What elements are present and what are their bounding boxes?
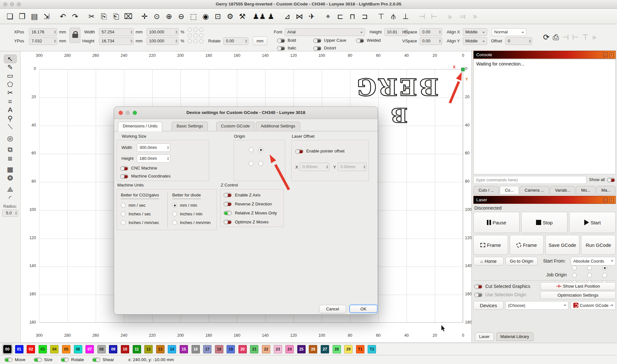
origin-radio-3[interactable] bbox=[258, 161, 263, 166]
origin-radio-2[interactable] bbox=[249, 161, 254, 166]
cut-selected-toggle[interactable] bbox=[474, 284, 482, 289]
float-panel-icon[interactable]: ◱ bbox=[603, 53, 608, 57]
settings-icon[interactable]: ⚙ bbox=[224, 9, 236, 24]
ws-width-spinner[interactable] bbox=[167, 146, 169, 149]
welded-toggle[interactable] bbox=[356, 39, 364, 43]
diode-units-radio-1[interactable] bbox=[172, 212, 177, 216]
lock-aspect-button[interactable] bbox=[69, 28, 80, 43]
save-gcode-button[interactable]: Save GCode bbox=[545, 235, 579, 255]
console-log[interactable]: Waiting for connection... bbox=[473, 59, 616, 174]
machine-coordinates-toggle[interactable] bbox=[120, 174, 128, 178]
hspace-field[interactable]: 0.00 bbox=[420, 28, 442, 36]
palette-swatch-T1[interactable]: T1 bbox=[356, 345, 364, 353]
pointer-x-field[interactable]: 0.00mm bbox=[300, 163, 329, 171]
job-origin-radio-3[interactable] bbox=[572, 273, 577, 278]
palette-swatch-05[interactable]: 05 bbox=[62, 345, 70, 353]
offset-spinner[interactable] bbox=[529, 39, 531, 43]
height-spinner[interactable] bbox=[130, 39, 132, 43]
height-percent-field[interactable]: 100.000 bbox=[147, 37, 179, 45]
anchor-dot[interactable] bbox=[193, 28, 198, 32]
xpos-spinner[interactable] bbox=[54, 30, 56, 34]
trace-shape-tool[interactable]: ⟁ bbox=[4, 185, 17, 194]
delete-icon[interactable]: ⌧ bbox=[122, 9, 134, 24]
vspace-spinner[interactable] bbox=[439, 39, 441, 43]
circular-array-tool[interactable]: ❂ bbox=[4, 174, 17, 183]
width-spinner[interactable] bbox=[130, 30, 132, 34]
dock-tab-ma[interactable]: Ma... bbox=[596, 186, 616, 195]
offset-shapes-tool[interactable]: ◎ bbox=[4, 134, 17, 143]
close-panel-icon[interactable]: ✕ bbox=[609, 53, 614, 57]
align-bottom-icon[interactable]: ⊥ bbox=[399, 9, 412, 24]
upper-case-toggle[interactable] bbox=[313, 39, 321, 43]
anchor-dot[interactable] bbox=[199, 28, 203, 32]
save-file-icon[interactable]: ▤ bbox=[28, 9, 40, 24]
draw-lines-tool[interactable]: ✎ bbox=[4, 63, 17, 72]
co2-units-radio-1[interactable] bbox=[121, 212, 126, 216]
dock-tab-mo[interactable]: Mo... bbox=[576, 186, 595, 195]
align-y-combo[interactable]: Middle bbox=[463, 37, 487, 45]
hspace-spinner[interactable] bbox=[439, 30, 441, 34]
palette-swatch-23[interactable]: 23 bbox=[274, 345, 282, 353]
open-file-icon[interactable]: ❐ bbox=[16, 9, 28, 24]
units-mm-button[interactable]: mm bbox=[253, 37, 267, 45]
vspace-field[interactable]: 0.00 bbox=[420, 37, 442, 45]
show-last-position-button[interactable]: -✛-Show Last Position bbox=[540, 282, 616, 290]
anchor-dot[interactable] bbox=[199, 39, 203, 43]
enable-pointer-offset-toggle[interactable] bbox=[295, 149, 303, 153]
reverse-z-direction-toggle[interactable] bbox=[224, 202, 232, 206]
frame-tool-tool[interactable]: ⌗ bbox=[4, 97, 17, 106]
copy-icon[interactable]: ⎘ bbox=[98, 9, 110, 24]
device-combo[interactable]: Custom GCode - bbox=[571, 301, 616, 310]
width-percent-spinner[interactable] bbox=[175, 30, 177, 34]
align-right-icon[interactable]: ⊐ bbox=[359, 9, 371, 24]
palette-swatch-07[interactable]: 07 bbox=[85, 345, 94, 353]
diode-units-radio-0[interactable] bbox=[172, 203, 177, 208]
command-input[interactable]: (type commands here) bbox=[473, 176, 586, 184]
show-all-toggle[interactable] bbox=[607, 178, 615, 182]
palette-swatch-08[interactable]: 08 bbox=[97, 345, 106, 353]
enable-z-axis-toggle[interactable] bbox=[224, 193, 232, 197]
start-from-combo[interactable]: Absolute Coords bbox=[571, 257, 616, 265]
align-left-icon[interactable]: ⊏ bbox=[334, 9, 346, 24]
dock-tab-cuts[interactable]: Cuts / ... bbox=[473, 186, 499, 195]
italic-toggle[interactable] bbox=[277, 46, 285, 50]
preview-icon[interactable]: ⊡ bbox=[212, 9, 224, 24]
palette-swatch-09[interactable]: 09 bbox=[109, 345, 117, 353]
height-field[interactable]: 16.734 bbox=[99, 37, 134, 45]
text-tool[interactable]: A bbox=[4, 106, 17, 114]
mirror-horizontal-icon[interactable]: ⋈ bbox=[293, 9, 306, 24]
ws-height-field[interactable]: 180.0mm bbox=[137, 154, 170, 163]
devices-button[interactable]: Devices bbox=[473, 301, 504, 310]
palette-swatch-25[interactable]: 25 bbox=[297, 345, 306, 353]
palette-swatch-20[interactable]: 20 bbox=[238, 345, 247, 353]
move-to-origin-icon[interactable]: ⌖ bbox=[322, 9, 334, 24]
frame-rect-button[interactable]: Frame bbox=[473, 235, 508, 255]
measure-tool[interactable]: ⟍ bbox=[4, 123, 17, 131]
width-percent-field[interactable]: 100.000 bbox=[147, 28, 179, 36]
palette-swatch-10[interactable]: 10 bbox=[121, 345, 129, 353]
cut-shapes-tool[interactable]: ✂ bbox=[4, 89, 17, 97]
height-percent-spinner[interactable] bbox=[175, 39, 177, 43]
relative-z-moves-only-toggle[interactable] bbox=[224, 211, 232, 215]
dock-tab-laser[interactable]: Laser bbox=[475, 332, 494, 341]
rotate-spinner[interactable] bbox=[245, 39, 247, 43]
optimize-z-moves-toggle[interactable] bbox=[224, 220, 232, 224]
cancel-button[interactable]: Cancel bbox=[319, 305, 346, 313]
palette-swatch-16[interactable]: 16 bbox=[192, 345, 200, 353]
dock-tab-camera[interactable]: Camera ... bbox=[520, 186, 550, 195]
xpos-field[interactable]: 16.176 bbox=[29, 28, 57, 36]
align-x-combo[interactable]: Middle bbox=[463, 28, 487, 36]
zoom-to-selection-icon[interactable]: ⊙ bbox=[151, 9, 163, 24]
palette-swatch-28[interactable]: 28 bbox=[333, 345, 341, 353]
palette-swatch-06[interactable]: 06 bbox=[74, 345, 82, 353]
palette-swatch-24[interactable]: 24 bbox=[285, 345, 294, 353]
device-tools-icon[interactable]: ⚒ bbox=[236, 9, 248, 24]
float-panel-icon[interactable]: ◱ bbox=[603, 198, 608, 202]
font-combo[interactable]: Arial bbox=[285, 28, 365, 36]
palette-swatch-12[interactable]: 12 bbox=[144, 345, 153, 353]
palette-swatch-03[interactable]: 03 bbox=[39, 345, 47, 353]
shear-toggle[interactable] bbox=[92, 358, 100, 362]
palette-swatch-29[interactable]: 29 bbox=[344, 345, 353, 353]
ws-height-spinner[interactable] bbox=[167, 157, 169, 160]
boolean-subtract-tool[interactable]: ⧈ bbox=[4, 154, 17, 163]
